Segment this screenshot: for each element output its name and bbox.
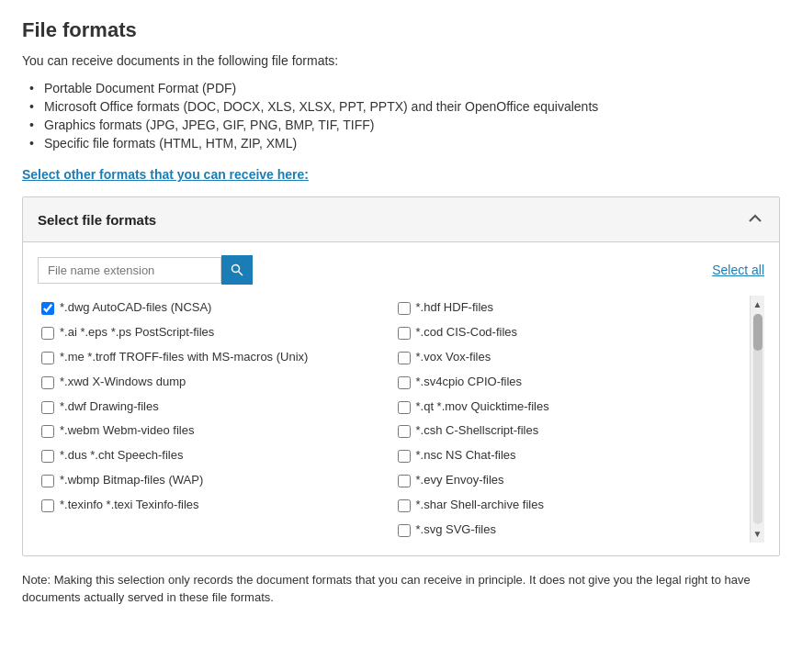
format-checkbox-right-4[interactable] [398, 401, 411, 414]
format-checkbox-left-2[interactable] [41, 352, 54, 364]
panel-title: Select file formats [38, 212, 156, 228]
format-item-left-8: *.texinfo *.texi Texinfo-files [38, 493, 394, 518]
format-label-left-0: *.dwg AutoCAD-files (NCSA) [60, 300, 211, 316]
format-label-left-3: *.xwd X-Windows dump [60, 375, 186, 390]
select-other-formats-link[interactable]: Select other formats that you can receiv… [22, 167, 780, 182]
bullet-item: Portable Document Format (PDF) [29, 79, 780, 97]
format-item-right-6: *.nsc NS Chat-files [394, 443, 751, 468]
format-label-left-1: *.ai *.eps *.ps PostScript-files [60, 325, 214, 341]
search-row: Select all [38, 255, 764, 285]
bullet-item: Specific file formats (HTML, HTM, ZIP, X… [29, 134, 780, 152]
search-input[interactable] [38, 257, 221, 284]
format-label-right-9: *.svg SVG-files [416, 522, 496, 538]
format-label-right-7: *.evy Envoy-files [416, 473, 504, 488]
format-item-left-7: *.wbmp Bitmap-files (WAP) [38, 468, 394, 493]
format-checkbox-left-6[interactable] [41, 450, 54, 463]
format-label-right-0: *.hdf HDF-files [416, 300, 494, 316]
format-checkbox-right-1[interactable] [398, 327, 411, 340]
format-checkbox-left-8[interactable] [41, 499, 54, 512]
format-checkbox-left-5[interactable] [41, 425, 54, 438]
collapse-icon[interactable] [746, 210, 764, 229]
format-item-left-4: *.dwf Drawing-files [38, 395, 394, 420]
file-formats-panel: Select file formats Select all *.dwg Aut… [22, 196, 780, 556]
svg-line-1 [239, 272, 243, 276]
format-checkbox-right-7[interactable] [398, 475, 411, 487]
format-item-right-1: *.cod CIS-Cod-files [394, 320, 751, 345]
format-checkbox-left-1[interactable] [41, 327, 54, 340]
scroll-track[interactable] [753, 314, 762, 524]
format-label-left-7: *.wbmp Bitmap-files (WAP) [60, 473, 203, 488]
page-title: File formats [22, 18, 780, 42]
format-item-left-3: *.xwd X-Windows dump [38, 370, 394, 395]
format-label-right-8: *.shar Shell-archive files [416, 498, 544, 513]
format-item-left-5: *.webm Webm-video files [38, 419, 394, 443]
format-item-left-0: *.dwg AutoCAD-files (NCSA) [38, 296, 394, 320]
search-button[interactable] [221, 255, 253, 285]
right-formats-column: *.hdf HDF-files*.cod CIS-Cod-files*.vox … [394, 296, 751, 543]
format-checkbox-left-0[interactable] [41, 302, 54, 315]
select-all-link[interactable]: Select all [712, 263, 764, 277]
format-item-right-9: *.svg SVG-files [394, 518, 751, 543]
svg-point-0 [232, 265, 240, 273]
format-label-left-8: *.texinfo *.texi Texinfo-files [60, 498, 199, 513]
bullet-item: Graphics formats (JPG, JPEG, GIF, PNG, B… [29, 116, 780, 134]
format-item-right-0: *.hdf HDF-files [394, 296, 751, 320]
format-checkbox-right-6[interactable] [398, 450, 411, 463]
formats-columns: *.dwg AutoCAD-files (NCSA)*.ai *.eps *.p… [38, 296, 750, 543]
format-label-left-4: *.dwf Drawing-files [60, 399, 159, 415]
format-bullet-list: Portable Document Format (PDF)Microsoft … [29, 79, 780, 152]
scroll-down-arrow[interactable]: ▼ [751, 528, 764, 541]
format-label-right-6: *.nsc NS Chat-files [416, 448, 516, 464]
format-item-right-8: *.shar Shell-archive files [394, 493, 751, 518]
panel-body: Select all *.dwg AutoCAD-files (NCSA)*.a… [23, 242, 779, 555]
note-text: Note: Making this selection only records… [22, 571, 780, 607]
format-label-right-5: *.csh C-Shellscript-files [416, 423, 539, 439]
format-item-right-7: *.evy Envoy-files [394, 468, 751, 493]
format-item-right-5: *.csh C-Shellscript-files [394, 419, 751, 443]
format-checkbox-right-2[interactable] [398, 352, 411, 364]
format-item-left-6: *.dus *.cht Speech-files [38, 443, 394, 468]
format-checkbox-left-3[interactable] [41, 376, 54, 389]
format-checkbox-left-7[interactable] [41, 475, 54, 487]
intro-text: You can receive documents in the followi… [22, 53, 780, 68]
format-checkbox-right-8[interactable] [398, 499, 411, 512]
formats-scroll-area: *.dwg AutoCAD-files (NCSA)*.ai *.eps *.p… [38, 296, 764, 543]
format-checkbox-right-3[interactable] [398, 376, 411, 389]
bullet-item: Microsoft Office formats (DOC, DOCX, XLS… [29, 97, 780, 116]
format-item-right-3: *.sv4cpio CPIO-files [394, 370, 751, 395]
format-label-left-5: *.webm Webm-video files [60, 423, 194, 439]
format-checkbox-right-0[interactable] [398, 302, 411, 315]
format-label-right-4: *.qt *.mov Quicktime-files [416, 399, 549, 415]
scrollbar[interactable]: ▲ ▼ [750, 296, 764, 543]
scroll-thumb[interactable] [753, 314, 762, 351]
format-checkbox-right-9[interactable] [398, 524, 411, 537]
format-item-left-2: *.me *.troff TROFF-files with MS-macros … [38, 345, 394, 370]
format-label-right-1: *.cod CIS-Cod-files [416, 325, 518, 341]
format-label-left-2: *.me *.troff TROFF-files with MS-macros … [60, 350, 308, 365]
scroll-up-arrow[interactable]: ▲ [751, 297, 764, 310]
left-formats-column: *.dwg AutoCAD-files (NCSA)*.ai *.eps *.p… [38, 296, 394, 543]
format-label-right-3: *.sv4cpio CPIO-files [416, 375, 523, 390]
format-label-left-6: *.dus *.cht Speech-files [60, 448, 183, 464]
format-checkbox-right-5[interactable] [398, 425, 411, 438]
panel-header: Select file formats [23, 197, 779, 242]
format-checkbox-left-4[interactable] [41, 401, 54, 414]
format-item-left-1: *.ai *.eps *.ps PostScript-files [38, 320, 394, 345]
format-label-right-2: *.vox Vox-files [416, 350, 491, 365]
format-item-right-2: *.vox Vox-files [394, 345, 751, 370]
format-item-right-4: *.qt *.mov Quicktime-files [394, 395, 751, 420]
